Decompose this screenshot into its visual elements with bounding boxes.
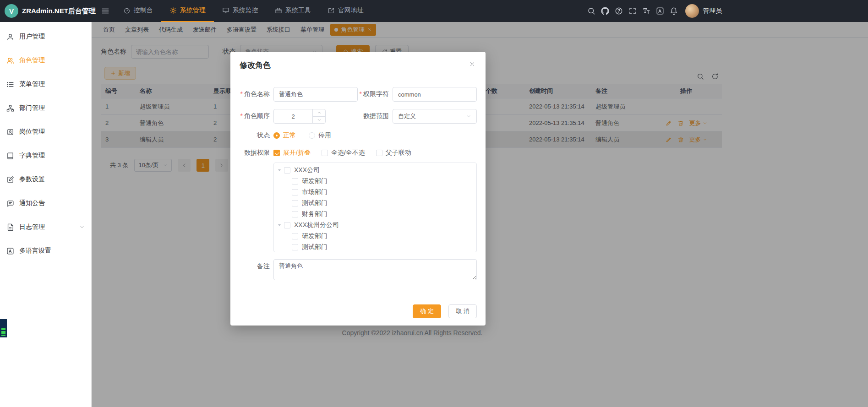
tree-node[interactable]: 研发部门	[274, 176, 476, 187]
document-icon	[6, 223, 14, 231]
chevron-down-icon	[79, 224, 85, 230]
tree-node[interactable]: 测试部门	[274, 242, 476, 252]
bell-icon	[670, 7, 678, 15]
topnav-system-monitor[interactable]: 系统监控	[214, 0, 267, 22]
gear-icon	[169, 7, 177, 14]
sidebar-item-log-management[interactable]: 日志管理	[0, 215, 91, 239]
language-button[interactable]	[653, 0, 667, 22]
checkbox-box	[273, 150, 280, 156]
topnav-official-site[interactable]: 官网地址	[319, 0, 372, 22]
confirm-button[interactable]: 确 定	[413, 304, 441, 318]
data-scope-select[interactable]: 自定义	[393, 109, 477, 124]
select-all-checkbox[interactable]: 全选/全不选	[322, 149, 365, 157]
sidebar-item-department-management[interactable]: 部门管理	[0, 96, 91, 120]
fullscreen-icon	[628, 7, 637, 15]
role-sort-stepper[interactable]: 2	[273, 109, 326, 124]
tree-node-checkbox[interactable]	[292, 200, 298, 206]
dialog-close-button[interactable]	[468, 60, 476, 68]
notifications-button[interactable]	[667, 0, 681, 22]
chat-icon	[6, 200, 14, 207]
topnav-system-management[interactable]: 系统管理	[161, 0, 214, 22]
sidebar-item-parameter-settings[interactable]: 参数设置	[0, 168, 91, 191]
external-link-icon	[328, 7, 335, 14]
role-sort-label: *角色顺序	[236, 112, 273, 120]
font-size-button[interactable]	[639, 0, 653, 22]
close-icon	[469, 61, 475, 67]
tree-node-checkbox[interactable]	[284, 167, 290, 174]
sidebar-item-menu-management[interactable]: 菜单管理	[0, 72, 91, 96]
role-key-input[interactable]	[393, 87, 477, 102]
topnav-console[interactable]: 控制台	[115, 0, 161, 22]
widget-bar	[1, 331, 5, 334]
badge-icon	[6, 128, 14, 136]
tree-node-checkbox[interactable]	[292, 244, 298, 250]
tree-node[interactable]: 市场部门	[274, 187, 476, 198]
radio-dot	[309, 132, 315, 139]
topnav-system-tools[interactable]: 系统工具	[267, 0, 319, 22]
sidebar-item-role-management[interactable]: 角色管理	[0, 49, 91, 72]
tree-node-checkbox[interactable]	[292, 211, 298, 217]
sidebar-item-user-management[interactable]: 用户管理	[0, 25, 91, 49]
tree-node[interactable]: XXX公司	[274, 165, 476, 176]
user-avatar[interactable]	[685, 4, 699, 18]
role-name-input[interactable]	[273, 87, 358, 102]
github-button[interactable]	[598, 0, 612, 22]
tree-node-checkbox[interactable]	[284, 222, 290, 228]
sort-decrease-button[interactable]	[313, 117, 325, 124]
cancel-button[interactable]: 取 消	[448, 304, 477, 318]
sidebar: 用户管理 角色管理 菜单管理 部门管理 岗位管理 字典管理 参数设置 通知公告 …	[0, 22, 92, 407]
top-nav: 控制台 系统管理 系统监控 系统工具 官网地址	[115, 0, 372, 22]
user-icon	[6, 33, 14, 41]
tree-node[interactable]: XXX杭州分公司	[274, 220, 476, 231]
tree-node[interactable]: 测试部门	[274, 198, 476, 209]
sidebar-item-dictionary-management[interactable]: 字典管理	[0, 144, 91, 168]
caret-down-icon[interactable]	[277, 222, 282, 228]
tree-node[interactable]: 研发部门	[274, 231, 476, 242]
fullscreen-button[interactable]	[626, 0, 639, 22]
sidebar-toggle-button[interactable]	[96, 0, 115, 22]
role-name-label: *角色名称	[236, 90, 273, 98]
status-label: 状态	[236, 131, 273, 140]
tree-node-checkbox[interactable]	[292, 189, 298, 195]
monitor-icon	[222, 7, 229, 14]
dialog-footer: 确 定 取 消	[230, 304, 486, 318]
parent-child-link-checkbox[interactable]: 父子联动	[376, 149, 411, 157]
help-icon	[615, 7, 623, 15]
status-radio-normal[interactable]: 正常	[273, 131, 296, 140]
username[interactable]: 管理员	[703, 7, 722, 15]
form-row: *角色名称 *权限字符	[236, 87, 486, 102]
sidebar-item-post-management[interactable]: 岗位管理	[0, 120, 91, 144]
github-icon	[601, 7, 609, 15]
caret-down-icon[interactable]	[277, 168, 282, 173]
sort-increase-button[interactable]	[313, 109, 325, 117]
dialog-title: 修改角色	[240, 60, 271, 71]
book-icon	[6, 152, 14, 160]
logo-icon: V	[5, 4, 18, 18]
edit-pen-icon	[6, 176, 14, 184]
status-radio-disabled[interactable]: 停用	[309, 131, 331, 140]
app-logo: V ZRAdmin.NET后台管理	[0, 4, 96, 18]
role-key-label: *权限字符	[358, 90, 393, 98]
sidebar-item-language-settings[interactable]: 多语言设置	[0, 239, 91, 263]
remark-textarea[interactable]: 普通角色	[273, 259, 477, 280]
performance-widget	[0, 319, 7, 337]
header-search-button[interactable]	[584, 0, 598, 22]
expand-collapse-checkbox[interactable]: 展开/折叠	[273, 149, 311, 157]
data-permission-label: 数据权限	[236, 149, 273, 157]
tree-node-checkbox[interactable]	[292, 178, 298, 185]
dialog-header: 修改角色	[230, 52, 486, 71]
users-icon	[6, 57, 14, 65]
help-button[interactable]	[612, 0, 626, 22]
gauge-icon	[123, 7, 131, 14]
checkbox-box	[322, 150, 328, 156]
app-header: V ZRAdmin.NET后台管理 控制台 系统管理 系统监控 系统工具 官网地…	[0, 0, 868, 22]
form-row: 备注 普通角色	[236, 259, 486, 280]
tree-node-checkbox[interactable]	[292, 233, 298, 239]
list-icon	[6, 81, 14, 88]
form-row: *角色顺序 2 数据范围 自定义	[236, 109, 486, 124]
font-size-icon	[642, 7, 650, 15]
tree-node[interactable]: 财务部门	[274, 209, 476, 220]
search-icon	[587, 7, 595, 15]
sidebar-item-notice-announcement[interactable]: 通知公告	[0, 191, 91, 215]
chevron-down-icon	[466, 114, 471, 119]
